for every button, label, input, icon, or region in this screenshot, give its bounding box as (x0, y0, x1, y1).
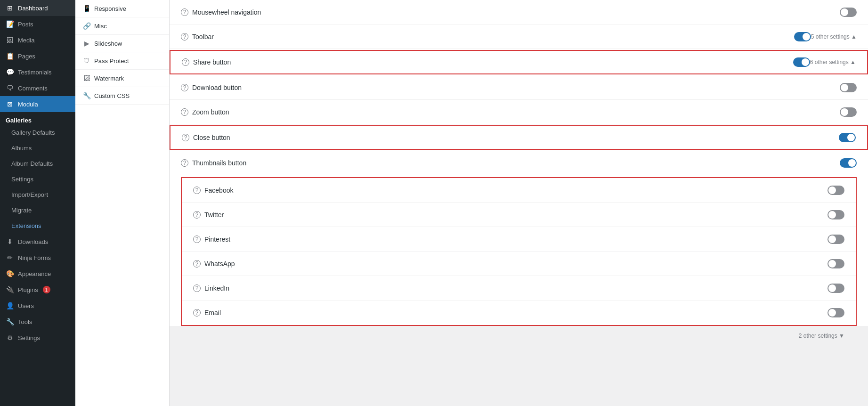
setting-row-facebook: ? Facebook (182, 178, 856, 203)
sidebar-item-users[interactable]: 👤 Users (0, 298, 75, 314)
sec-sidebar-misc[interactable]: 🔗 Misc (75, 17, 169, 35)
other-settings-email[interactable]: 2 other settings ▼ (799, 333, 844, 339)
setting-label-share: Share button (193, 58, 231, 66)
sec-sidebar-label: Slideshow (94, 40, 122, 47)
help-icon-mousewheel[interactable]: ? (181, 8, 188, 16)
sidebar-item-extensions[interactable]: Extensions (0, 218, 75, 234)
sidebar-item-pages[interactable]: 📋 Pages (0, 48, 75, 64)
sidebar-item-label: Settings (11, 176, 33, 183)
toggle-email[interactable] (827, 308, 844, 317)
sidebar-item-appearance[interactable]: 🎨 Appearance (0, 266, 75, 282)
toggle-thumb-pinterest (828, 235, 836, 243)
help-icon-toolbar[interactable]: ? (181, 33, 188, 41)
misc-icon: 🔗 (83, 22, 90, 30)
ninja-forms-icon: ✏ (6, 254, 14, 261)
toggle-mousewheel[interactable] (840, 8, 857, 17)
sidebar-item-dashboard[interactable]: ⊞ Dashboard (0, 0, 75, 16)
toggle-thumb-linkedin (828, 284, 836, 292)
toggle-linkedin[interactable] (827, 284, 844, 293)
toggle-download[interactable] (840, 83, 857, 92)
label-group-facebook: ? Facebook (193, 187, 827, 194)
toggle-zoom[interactable] (840, 107, 857, 117)
pages-icon: 📋 (6, 52, 14, 60)
sidebar-item-label: Dashboard (18, 5, 48, 12)
sidebar-item-ninja-forms[interactable]: ✏ Ninja Forms (0, 250, 75, 266)
sidebar-item-gallery-defaults[interactable]: Gallery Defaults (0, 125, 75, 140)
sidebar-item-label: Tools (18, 318, 32, 325)
help-icon-facebook[interactable]: ? (193, 187, 201, 194)
toggle-close[interactable] (839, 133, 856, 142)
sidebar-item-plugins[interactable]: 🔌 Plugins 1 (0, 282, 75, 298)
toggle-pinterest[interactable] (827, 235, 844, 244)
sidebar-item-modula[interactable]: ⊠ Modula (0, 96, 75, 112)
help-icon-share[interactable]: ? (182, 58, 189, 66)
setting-row-download-button: ? Download button (170, 75, 868, 100)
sidebar-item-downloads[interactable]: ⬇ Downloads (0, 234, 75, 250)
toggle-whatsapp[interactable] (827, 259, 844, 268)
toggle-area-linkedin (827, 284, 844, 293)
setting-label-whatsapp: WhatsApp (204, 260, 235, 268)
help-icon-pinterest[interactable]: ? (193, 235, 201, 243)
sidebar-item-label: Testimonials (18, 69, 52, 76)
toggle-thumbnails[interactable] (840, 158, 857, 168)
setting-label-toolbar: Toolbar (192, 33, 214, 41)
sec-sidebar-pass-protect[interactable]: 🛡 Pass Protect (75, 52, 169, 70)
sidebar-item-albums[interactable]: Albums (0, 140, 75, 156)
setting-row-zoom-button: ? Zoom button (170, 100, 868, 124)
toggle-thumb-zoom (841, 108, 848, 116)
help-icon-close[interactable]: ? (182, 134, 189, 141)
sidebar-item-settings-sub[interactable]: Settings (0, 171, 75, 187)
sec-sidebar-label: Watermark (94, 75, 124, 82)
sidebar-item-label: Posts (18, 21, 33, 28)
sec-sidebar-responsive[interactable]: 📱 Responsive (75, 0, 169, 17)
help-icon-whatsapp[interactable]: ? (193, 260, 201, 268)
toggle-facebook[interactable] (827, 186, 844, 195)
sec-sidebar-slideshow[interactable]: ▶ Slideshow (75, 35, 169, 52)
sidebar-item-label: Album Defaults (11, 160, 53, 167)
posts-icon: 📝 (6, 20, 14, 28)
help-icon-email[interactable]: ? (193, 309, 201, 317)
sec-sidebar-custom-css[interactable]: 🔧 Custom CSS (75, 87, 169, 105)
toggle-area-pinterest (827, 235, 844, 244)
sec-sidebar-watermark[interactable]: 🖼 Watermark (75, 70, 169, 87)
sidebar-item-testimonials[interactable]: 💬 Testimonials (0, 64, 75, 80)
sidebar-item-label: Media (18, 37, 34, 44)
help-icon-thumbnails[interactable]: ? (181, 159, 188, 167)
toggle-toolbar[interactable] (794, 32, 811, 41)
help-icon-linkedin[interactable]: ? (193, 284, 201, 292)
setting-row-thumbnails-button: ? Thumbnails button (170, 151, 868, 175)
toggle-area-thumbnails (840, 158, 857, 168)
sidebar-item-migrate[interactable]: Migrate (0, 203, 75, 218)
social-sharing-panel: ? Facebook ? Twitter (181, 177, 857, 326)
toggle-track-zoom (840, 107, 857, 117)
help-icon-twitter[interactable]: ? (193, 211, 201, 219)
help-icon-zoom[interactable]: ? (181, 108, 188, 116)
modula-icon: ⊠ (6, 100, 14, 108)
sidebar-item-import-export[interactable]: Import/Export (0, 187, 75, 203)
label-group-thumbnails: ? Thumbnails button (181, 159, 840, 167)
toggle-twitter[interactable] (827, 210, 844, 219)
other-settings-share[interactable]: 6 other settings ▲ (810, 59, 856, 65)
sidebar-item-comments[interactable]: 🗨 Comments (0, 80, 75, 96)
toggle-track-twitter (827, 210, 844, 219)
toggle-area-whatsapp (827, 259, 844, 268)
setting-label-mousewheel: Mousewheel navigation (192, 8, 261, 16)
sidebar-item-posts[interactable]: 📝 Posts (0, 16, 75, 32)
label-group-share: ? Share button (182, 58, 793, 66)
sidebar-item-album-defaults[interactable]: Album Defaults (0, 156, 75, 171)
sidebar-item-media[interactable]: 🖼 Media (0, 32, 75, 48)
toggle-area-toolbar (794, 32, 811, 41)
label-group-download: ? Download button (181, 84, 840, 91)
sidebar-item-label: Users (18, 302, 34, 309)
other-settings-toolbar[interactable]: 5 other settings ▲ (811, 33, 857, 40)
toggle-track-linkedin (827, 284, 844, 293)
help-icon-download[interactable]: ? (181, 84, 188, 91)
sidebar-item-settings-main[interactable]: ⚙ Settings (0, 330, 75, 346)
toggle-thumb-facebook (828, 187, 836, 194)
setting-row-pinterest: ? Pinterest (182, 227, 856, 252)
sidebar-item-tools[interactable]: 🔧 Tools (0, 314, 75, 330)
sidebar-item-label: Comments (18, 85, 48, 92)
plugins-badge: 1 (43, 286, 50, 293)
setting-row-mousewheel-navigation: ? Mousewheel navigation (170, 0, 868, 24)
toggle-share[interactable] (793, 57, 810, 67)
